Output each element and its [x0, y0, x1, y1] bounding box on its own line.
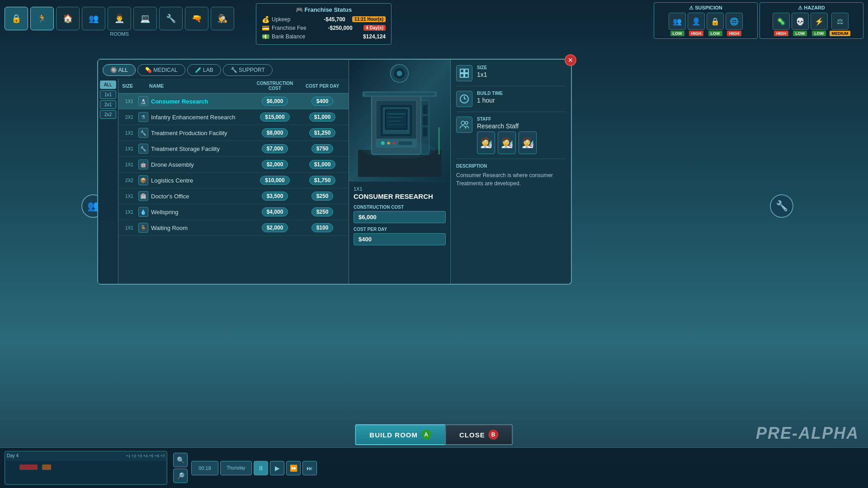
- suspicion-level-3: LOW: [708, 31, 722, 36]
- room-row-drone[interactable]: 1X1 🤖 Drone Assembly $2,000 $1,000: [118, 157, 349, 173]
- detail-size-section: SIZE 1x1: [456, 65, 566, 81]
- row-day-9: $100: [300, 223, 345, 232]
- row-icon-9: 🪑: [138, 223, 148, 233]
- row-day-3: $1,250: [300, 128, 345, 137]
- room-row-logistics[interactable]: 2X2 📦 Logistics Centre $10,000 $1,750: [118, 173, 349, 188]
- staff-avatar-2: 🧑‍🔬: [498, 131, 516, 154]
- row-icon-2: ⚗: [138, 112, 148, 122]
- pause-button[interactable]: ⏸: [254, 461, 268, 475]
- hud-icon-lock[interactable]: 🔒: [5, 7, 28, 30]
- hazard-panel: ⚠ HAZARD 🦠 HIGH 💀 LOW ⚡ LOW ⚖ MEDIUM: [760, 2, 863, 39]
- suspicion-panel: ⚠ SUSPICION 👥 LOW 👤 HIGH 🔒 LOW 🌐 HIGH: [654, 2, 758, 39]
- hud-icons: 🔒 🏃 🏠 👥 👨‍⚕️ 💻 🔧 🔫 🕵️ ROOMS: [5, 7, 234, 37]
- divider-1: [456, 86, 566, 86]
- cost-per-day-label: COST PER DAY: [354, 227, 446, 232]
- fast-forward-2-button[interactable]: ⏭: [302, 461, 317, 475]
- hud-icon-tool[interactable]: 🔧: [159, 7, 183, 30]
- room-row-treatment-store[interactable]: 1X1 🔧 Treatment Storage Facility $7,000 …: [118, 141, 349, 157]
- upkeep-value: -$45,700: [324, 16, 345, 23]
- room-row-treatment-prod[interactable]: 1X1 🔧 Treatment Production Facility $8,0…: [118, 125, 349, 141]
- franchise-title: 🎮 Franchise Status: [262, 6, 386, 13]
- row-cost-9: $2,000: [250, 223, 300, 232]
- description-section: DESCRIPTION Consumer Research is where c…: [456, 164, 566, 278]
- build-room-button[interactable]: BUILD ROOM A: [355, 424, 445, 445]
- hazard-icons: 🦠 HIGH 💀 LOW ⚡ LOW ⚖ MEDIUM: [764, 13, 859, 36]
- zoom-out-button[interactable]: 🔎: [173, 469, 188, 483]
- filter-1x1-btn[interactable]: 1x1: [100, 90, 116, 99]
- row-size-8: 1X1: [122, 210, 137, 215]
- size-value: 1x1: [477, 71, 566, 78]
- suspicion-item-1: 👥 LOW: [669, 13, 686, 36]
- staff-avatar-3: 🧑‍🔬: [519, 131, 537, 154]
- row-cost-2: $15,000: [250, 113, 300, 122]
- svg-point-29: [363, 141, 435, 159]
- table-header: SIZE NAME CONSTRUCTION COST COST PER DAY: [118, 79, 349, 94]
- franchise-upkeep-row: 💰 Upkeep -$45,700 11:21 Hour(s): [262, 16, 386, 23]
- detail-build-time-section: BUILD TIME 1 hour: [456, 91, 566, 107]
- hud-icon-agent[interactable]: 🏃: [30, 7, 54, 30]
- modal-content: 🔘 ALL 💊 MEDICAL 🧪 LAB 🔧 SUPPORT ALL 1x1 …: [98, 60, 571, 284]
- room-row-waiting-room[interactable]: 1X1 🪑 Waiting Room $2,000 $100: [118, 220, 349, 236]
- row-name-3: Treatment Production Facility: [151, 130, 250, 136]
- room-list-panel: 🔘 ALL 💊 MEDICAL 🧪 LAB 🔧 SUPPORT ALL 1x1 …: [98, 60, 349, 284]
- hud-icon-rooms[interactable]: 🏠: [56, 7, 80, 30]
- room-row-infantry[interactable]: 2X1 ⚗ Infantry Enhancement Research $15,…: [118, 109, 349, 125]
- suspicion-item-3: 🔒 LOW: [707, 13, 724, 36]
- room-build-modal: ✕ 🔘 ALL 💊 MEDICAL 🧪 LAB 🔧 SUPPORT ALL 1x…: [97, 59, 572, 285]
- svg-rect-8: [386, 110, 407, 129]
- close-button[interactable]: CLOSE B: [445, 424, 513, 445]
- right-side-nav-icon[interactable]: 🔧: [770, 194, 793, 218]
- close-badge: B: [489, 430, 499, 440]
- balance-value: $124,124: [363, 33, 386, 40]
- pre-alpha-watermark: PRE-ALPHA: [756, 424, 859, 443]
- row-name-1: Consumer Research: [151, 98, 250, 105]
- hud-icon-doctor[interactable]: 👨‍⚕️: [108, 7, 131, 30]
- preview-room-name: CONSUMER RESEARCH: [354, 192, 446, 200]
- zoom-in-button[interactable]: 🔍: [173, 453, 188, 467]
- hud-icon-people[interactable]: 👥: [82, 7, 105, 30]
- room-row-consumer-research[interactable]: 1X1 🔬 Consumer Research $6,000 $400: [118, 94, 349, 109]
- tab-medical[interactable]: 💊 MEDICAL: [137, 64, 185, 76]
- room-preview-image: [349, 60, 450, 182]
- th-name: NAME: [149, 83, 250, 89]
- modal-close-button[interactable]: ✕: [565, 54, 576, 66]
- row-name-2: Infantry Enhancement Research: [151, 114, 250, 121]
- play-button[interactable]: ▶: [270, 461, 284, 475]
- row-size-4: 1X1: [122, 146, 137, 151]
- room-row-doctors-office[interactable]: 1X1 🏥 Doctor's Office $3,500 $250: [118, 188, 349, 204]
- hazard-level-3: LOW: [812, 31, 826, 36]
- staff-avatars: 🧑‍🔬 🧑‍🔬 🧑‍🔬: [477, 131, 566, 154]
- row-icon-6: 📦: [138, 175, 148, 185]
- upkeep-badge: 11:21 Hour(s): [352, 16, 386, 22]
- row-name-4: Treatment Storage Facility: [151, 145, 250, 152]
- filter-2x2-btn[interactable]: 2x2: [100, 110, 116, 119]
- row-icon-8: 💧: [138, 207, 148, 217]
- tab-all[interactable]: 🔘 ALL: [103, 64, 136, 76]
- svg-point-37: [461, 121, 465, 125]
- timeline-map: Day 4 +1 +2 +3 +4 +5 +6 +7: [5, 451, 167, 485]
- divider-2: [456, 112, 566, 112]
- suspicion-icon-4: 🌐: [726, 13, 743, 30]
- th-cost: CONSTRUCTION COST: [250, 81, 300, 91]
- row-cost-6: $10,000: [250, 176, 300, 185]
- filter-2x1-btn[interactable]: 2x1: [100, 100, 116, 109]
- suspicion-level-1: LOW: [670, 31, 684, 36]
- row-icon-5: 🤖: [138, 160, 148, 169]
- suspicion-icon-1: 👥: [669, 13, 686, 30]
- row-day-5: $1,000: [300, 160, 345, 169]
- svg-rect-33: [465, 74, 468, 77]
- suspicion-level-4: HIGH: [727, 31, 742, 36]
- filter-all-btn[interactable]: ALL: [100, 80, 116, 89]
- hud-icon-computer[interactable]: 💻: [133, 7, 157, 30]
- hazard-icon-2: 💀: [792, 13, 809, 30]
- row-cost-3: $8,000: [250, 128, 300, 137]
- tab-lab[interactable]: 🧪 LAB: [187, 64, 221, 76]
- tab-support[interactable]: 🔧 SUPPORT: [223, 64, 273, 76]
- fast-forward-button[interactable]: ⏩: [286, 461, 301, 475]
- construction-cost-value: $6,000: [354, 211, 446, 223]
- row-cost-5: $2,000: [250, 160, 300, 169]
- hud-icon-agent2[interactable]: 🕵️: [211, 7, 234, 30]
- room-row-wellspring[interactable]: 1X1 💧 Wellspring $4,000 $250: [118, 204, 349, 220]
- row-day-8: $250: [300, 207, 345, 216]
- hud-icon-gun[interactable]: 🔫: [185, 7, 208, 30]
